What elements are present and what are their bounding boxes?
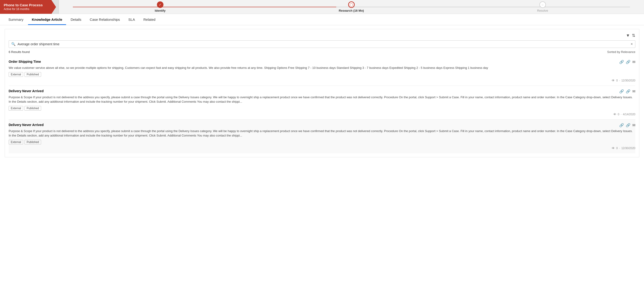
article-item-2: Delivery Never Arrived 🔗 🔗 ✉ Purpose & S… xyxy=(9,120,635,153)
article-title-0: Order Shipping Time xyxy=(9,60,41,63)
step-circle-identify: ✓ xyxy=(157,1,164,8)
search-input[interactable] xyxy=(18,42,631,46)
article-actions-1: 🔗 🔗 ✉ xyxy=(619,89,635,94)
tag-external-1: External xyxy=(9,106,23,111)
tag-published-2: Published xyxy=(24,140,41,144)
article-tags-1: External Published xyxy=(9,106,635,111)
tag-published-1: Published xyxy=(24,106,41,111)
step-label-identify: Identify xyxy=(155,9,166,12)
step-identify[interactable]: ✓ Identify xyxy=(155,1,166,12)
link-article-icon-1[interactable]: 🔗 xyxy=(619,89,624,94)
meta-separator-2: · xyxy=(619,147,620,150)
article-header-0: Order Shipping Time 🔗 🔗 ✉ xyxy=(9,60,635,64)
step-circle-research: ◯ xyxy=(348,1,355,8)
main-content: ▼ ⇅ 🔍 × 6 Results found Sorted by Releva… xyxy=(0,25,644,161)
article-title-1: Delivery Never Arrived xyxy=(9,89,44,93)
email-article-icon-0[interactable]: ✉ xyxy=(632,60,635,64)
filter-icon[interactable]: ▼ xyxy=(626,33,630,38)
tab-sla[interactable]: SLA xyxy=(125,15,139,25)
process-name: Phone to Case Process xyxy=(4,3,48,7)
open-article-icon-2[interactable]: 🔗 xyxy=(626,123,630,127)
article-meta-1: 👁 0 · 4/14/2020 xyxy=(9,112,635,116)
search-icon: 🔍 xyxy=(11,42,16,46)
meta-separator-1: · xyxy=(621,113,621,116)
tab-summary[interactable]: Summary xyxy=(5,15,27,25)
process-steps: ✓ Identify ◯ Research (16 Mo) ○ Resolve xyxy=(59,1,644,12)
article-date-0: 12/30/2020 xyxy=(621,79,635,82)
tab-details[interactable]: Details xyxy=(67,15,85,25)
step-label-research: Research (16 Mo) xyxy=(339,9,364,12)
article-item-1: Delivery Never Arrived 🔗 🔗 ✉ Purpose & S… xyxy=(9,86,635,120)
process-title: Phone to Case Process Active for 16 mont… xyxy=(0,0,51,14)
step-research[interactable]: ◯ Research (16 Mo) xyxy=(339,1,364,12)
article-meta-2: 👁 0 · 12/30/2020 xyxy=(9,146,635,150)
step-circle-resolve: ○ xyxy=(540,1,546,8)
tab-related[interactable]: Related xyxy=(140,15,159,25)
article-body-1: Purpose & Scope If your product is not d… xyxy=(9,95,635,104)
article-actions-0: 🔗 🔗 ✉ xyxy=(619,60,635,64)
open-article-icon-0[interactable]: 🔗 xyxy=(626,60,630,64)
toolbar-row: ▼ ⇅ xyxy=(9,33,635,38)
meta-separator-0: · xyxy=(619,79,620,82)
process-bar: Phone to Case Process Active for 16 mont… xyxy=(0,0,644,14)
views-icon-1: 👁 xyxy=(613,112,616,116)
views-count-1: 0 xyxy=(618,113,620,116)
process-subtitle: Active for 16 months xyxy=(4,7,48,11)
search-box: 🔍 × xyxy=(9,40,635,48)
email-article-icon-1[interactable]: ✉ xyxy=(632,89,635,94)
clear-icon[interactable]: × xyxy=(631,42,633,46)
article-tags-2: External Published xyxy=(9,140,635,144)
tab-case-relationships[interactable]: Case Relationships xyxy=(86,15,124,25)
article-title-2: Delivery Never Arrived xyxy=(9,123,44,127)
articles-list: Order Shipping Time 🔗 🔗 ✉ We value custo… xyxy=(9,56,635,153)
results-row: 6 Results found Sorted by Relevance xyxy=(9,50,635,54)
article-date-1: 4/14/2020 xyxy=(623,113,635,116)
article-item-0: Order Shipping Time 🔗 🔗 ✉ We value custo… xyxy=(9,56,635,86)
sorted-by: Sorted by Relevance xyxy=(607,50,635,54)
article-date-2: 12/30/2020 xyxy=(621,147,635,150)
tabs-bar: Summary Knowledge Article Details Case R… xyxy=(0,14,644,25)
sort-icon[interactable]: ⇅ xyxy=(632,33,635,38)
article-header-2: Delivery Never Arrived 🔗 🔗 ✉ xyxy=(9,123,635,127)
views-count-2: 0 xyxy=(616,147,618,150)
article-actions-2: 🔗 🔗 ✉ xyxy=(619,123,635,127)
tag-external-0: External xyxy=(9,72,23,77)
process-line-active xyxy=(73,7,336,7)
link-article-icon-0[interactable]: 🔗 xyxy=(619,60,624,64)
views-count-0: 0 xyxy=(616,79,618,82)
results-count: 6 Results found xyxy=(9,50,30,54)
tag-published-0: Published xyxy=(24,72,41,77)
views-icon-2: 👁 xyxy=(612,146,615,150)
link-article-icon-2[interactable]: 🔗 xyxy=(619,123,624,127)
article-body-0: We value customer service above all else… xyxy=(9,66,635,70)
email-article-icon-2[interactable]: ✉ xyxy=(632,123,635,127)
tag-external-2: External xyxy=(9,140,23,144)
open-article-icon-1[interactable]: 🔗 xyxy=(626,89,630,94)
step-label-resolve: Resolve xyxy=(537,9,548,12)
step-resolve[interactable]: ○ Resolve xyxy=(537,1,548,12)
tab-knowledge-article[interactable]: Knowledge Article xyxy=(28,15,66,25)
views-icon-0: 👁 xyxy=(612,79,615,82)
knowledge-article-card: ▼ ⇅ 🔍 × 6 Results found Sorted by Releva… xyxy=(5,29,639,157)
process-arrow xyxy=(51,0,56,14)
article-meta-0: 👁 0 · 12/30/2020 xyxy=(9,79,635,82)
article-tags-0: External Published xyxy=(9,72,635,77)
article-body-2: Purpose & Scope If your product is not d… xyxy=(9,129,635,138)
article-header-1: Delivery Never Arrived 🔗 🔗 ✉ xyxy=(9,89,635,94)
